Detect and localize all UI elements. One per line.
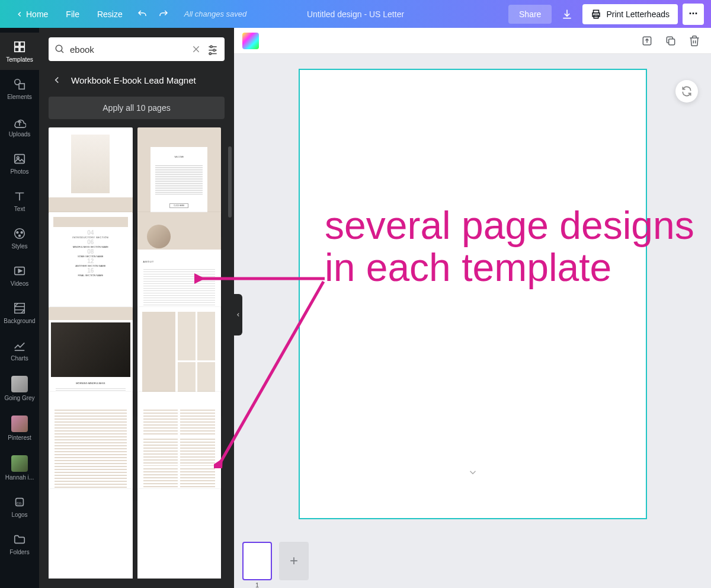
videos-icon — [13, 264, 26, 277]
template-page-thumb[interactable]: 04INTRODUCTORY SECTION 06MINDFULNESS SEC… — [49, 212, 133, 321]
sidebar-item-uploads[interactable]: Uploads — [0, 107, 39, 145]
sidebar-label: Background — [4, 318, 35, 324]
templates-panel: Workbook E-book Lead Magnet Apply all 10… — [39, 28, 234, 588]
svg-rect-5 — [15, 47, 19, 52]
templates-icon — [13, 40, 26, 53]
resize-menu[interactable]: Resize — [89, 6, 131, 23]
photos-icon — [13, 152, 26, 165]
sidebar-label: Text — [14, 206, 25, 212]
page-strip: 1 + — [234, 533, 711, 588]
chevron-left-icon — [15, 10, 24, 18]
sidebar-label: Uploads — [9, 131, 31, 138]
folders-icon — [13, 533, 26, 546]
page-thumbnail[interactable]: 1 — [242, 542, 272, 580]
sidebar-item-charts[interactable]: Charts — [0, 331, 39, 369]
sidebar-item-videos[interactable]: Videos — [0, 257, 39, 294]
svg-point-14 — [21, 232, 23, 234]
filter-icon[interactable] — [207, 43, 219, 55]
undo-icon — [137, 9, 148, 20]
refresh-icon — [681, 85, 693, 97]
sidebar-item-text[interactable]: Text — [0, 182, 39, 219]
template-page-thumb[interactable] — [49, 392, 133, 501]
svg-point-31 — [210, 46, 212, 47]
styles-icon — [13, 227, 26, 240]
template-page-thumb[interactable] — [137, 489, 222, 579]
export-button[interactable] — [639, 33, 655, 49]
panel-back-button[interactable] — [49, 72, 65, 88]
design-page[interactable] — [299, 69, 647, 519]
svg-point-33 — [213, 49, 215, 51]
panel-scrollbar[interactable] — [228, 146, 232, 218]
background-color-swatch[interactable] — [242, 33, 259, 49]
svg-rect-6 — [20, 47, 24, 52]
export-icon — [641, 35, 653, 47]
svg-rect-38 — [669, 39, 675, 44]
save-status: All changes saved — [184, 9, 247, 18]
home-label: Home — [26, 9, 48, 19]
svg-point-26 — [56, 45, 62, 52]
canvas-area: 1 + — [234, 28, 711, 588]
chevron-left-icon — [52, 75, 62, 85]
download-icon — [561, 8, 573, 20]
home-button[interactable]: Home — [7, 6, 56, 23]
svg-line-21 — [15, 303, 18, 307]
sidebar-item-templates[interactable]: Templates — [0, 33, 39, 70]
duplicate-button[interactable] — [662, 33, 679, 49]
file-menu[interactable]: File — [57, 6, 88, 23]
sidebar-label: Photos — [10, 168, 28, 175]
uploads-icon — [13, 115, 26, 128]
svg-rect-10 — [15, 155, 25, 164]
svg-rect-4 — [20, 42, 24, 46]
regenerate-button[interactable] — [675, 80, 698, 103]
template-page-thumb[interactable]: ABOUT — [137, 212, 222, 321]
document-title[interactable]: Untitled design - US Letter — [307, 9, 404, 19]
sidebar-label: Styles — [11, 243, 27, 250]
search-box[interactable] — [49, 37, 225, 61]
sidebar-item-hannah[interactable]: Hannah i... — [0, 448, 39, 488]
canvas-toolbar — [234, 28, 711, 54]
sidebar-label: Logos — [11, 512, 27, 518]
delete-button[interactable] — [686, 33, 703, 49]
elements-icon — [13, 78, 26, 91]
sidebar-item-elements[interactable]: Elements — [0, 70, 39, 107]
search-input[interactable] — [70, 44, 191, 55]
template-page-thumb[interactable] — [49, 489, 133, 579]
left-sidebar: Templates Elements Uploads Photos Text S… — [0, 28, 39, 588]
sidebar-item-pinterest[interactable]: Pinterest — [0, 408, 39, 448]
apply-all-pages-button[interactable]: Apply all 10 pages — [49, 97, 225, 119]
panel-collapse-button[interactable] — [234, 294, 242, 335]
sidebar-item-styles[interactable]: Styles — [0, 219, 39, 257]
share-button[interactable]: Share — [508, 5, 552, 24]
svg-point-35 — [209, 53, 211, 55]
print-button[interactable]: Print Letterheads — [582, 4, 678, 24]
sidebar-label: Going Grey — [4, 395, 34, 401]
sidebar-item-background[interactable]: Background — [0, 294, 39, 331]
template-page-thumb[interactable] — [137, 392, 222, 501]
sidebar-label: Pinterest — [8, 434, 31, 441]
download-button[interactable] — [556, 4, 578, 25]
undo-button[interactable] — [132, 4, 152, 24]
top-menu-bar: Home File Resize All changes saved Untit… — [0, 0, 711, 28]
sidebar-item-going-grey[interactable]: Going Grey — [0, 369, 39, 408]
svg-marker-17 — [18, 269, 22, 273]
svg-point-15 — [19, 235, 21, 237]
sidebar-item-folders[interactable]: Folders — [0, 525, 39, 563]
chevron-left-icon — [235, 312, 241, 318]
sidebar-label: Charts — [11, 355, 28, 362]
sidebar-label: Templates — [6, 56, 33, 63]
sidebar-item-logos[interactable]: co. Logos — [0, 488, 39, 525]
plus-icon: + — [290, 552, 298, 569]
redo-icon — [158, 9, 169, 20]
more-button[interactable]: ··· — [683, 4, 704, 25]
sidebar-item-photos[interactable]: Photos — [0, 145, 39, 182]
print-icon — [591, 9, 601, 20]
clear-icon[interactable] — [191, 44, 201, 54]
add-page-button[interactable]: + — [279, 542, 309, 580]
trash-icon — [688, 35, 700, 47]
svg-rect-8 — [19, 84, 24, 89]
background-icon — [13, 302, 26, 315]
redo-button[interactable] — [153, 4, 174, 24]
svg-line-27 — [61, 50, 63, 53]
svg-rect-3 — [15, 42, 19, 46]
page-expand-button[interactable] — [467, 467, 478, 478]
